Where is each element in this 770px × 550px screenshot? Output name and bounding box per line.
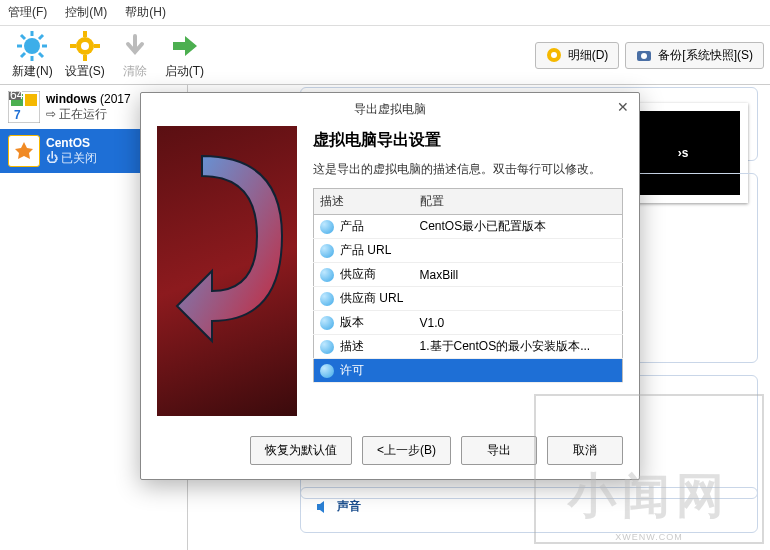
dialog-title: 导出虚拟电脑 bbox=[354, 102, 426, 116]
svg-rect-14 bbox=[94, 44, 100, 48]
table-row[interactable]: 产品CentOS最小已配置版本 bbox=[314, 215, 623, 239]
detail-label: 明细(D) bbox=[568, 47, 609, 64]
sound-label: 声音 bbox=[337, 498, 361, 515]
menu-manage[interactable]: 管理(F) bbox=[8, 4, 47, 21]
toolbar: 新建(N) 设置(S) 清除 启动(T) 明细(D) 备份[系统快照](S) bbox=[0, 26, 770, 85]
row-val: MaxBill bbox=[414, 263, 623, 287]
play-arrow-icon bbox=[168, 30, 200, 62]
svg-point-16 bbox=[551, 52, 557, 58]
start-label: 启动(T) bbox=[165, 63, 204, 80]
detail-button[interactable]: 明细(D) bbox=[535, 42, 620, 69]
cancel-button[interactable]: 取消 bbox=[547, 436, 623, 465]
power-icon: ⏻ bbox=[46, 151, 58, 165]
reset-button[interactable]: 恢复为默认值 bbox=[250, 436, 352, 465]
running-icon: ⇨ bbox=[46, 107, 56, 121]
table-row[interactable]: 许可 bbox=[314, 359, 623, 383]
table-row[interactable]: 供应商 URL bbox=[314, 287, 623, 311]
gear-icon bbox=[69, 30, 101, 62]
row-key: 描述 bbox=[314, 335, 414, 359]
settings-label: 设置(S) bbox=[65, 63, 105, 80]
row-key: 许可 bbox=[314, 359, 414, 383]
svg-text:7: 7 bbox=[14, 108, 21, 122]
svg-point-0 bbox=[24, 38, 40, 54]
export-button[interactable]: 导出 bbox=[461, 436, 537, 465]
row-val bbox=[414, 239, 623, 263]
new-button[interactable]: 新建(N) bbox=[6, 28, 59, 82]
row-key: 供应商 bbox=[314, 263, 414, 287]
row-val: CentOS最小已配置版本 bbox=[414, 215, 623, 239]
thumb-text: ›s bbox=[678, 146, 689, 160]
close-icon[interactable]: ✕ bbox=[617, 99, 629, 115]
vm-name: CentOS bbox=[46, 136, 97, 150]
vm-date: (2017 bbox=[100, 92, 131, 106]
clear-label: 清除 bbox=[123, 63, 147, 80]
backup-label: 备份[系统快照](S) bbox=[658, 47, 753, 64]
table-row[interactable]: 描述1.基于CentOS的最小安装版本... bbox=[314, 335, 623, 359]
camera-icon bbox=[636, 48, 652, 62]
row-val: 1.基于CentOS的最小安装版本... bbox=[414, 335, 623, 359]
svg-line-6 bbox=[39, 53, 43, 57]
export-dialog: 导出虚拟电脑 ✕ 虚拟电脑导出设置 这是导出的虚拟电脑的描述信息。双击每行可以修… bbox=[140, 92, 640, 480]
svg-rect-11 bbox=[83, 31, 87, 37]
prev-button[interactable]: <上一步(B) bbox=[362, 436, 451, 465]
down-arrow-icon bbox=[119, 30, 151, 62]
svg-text:64: 64 bbox=[10, 91, 24, 102]
windows-icon: 764 bbox=[8, 91, 40, 123]
col-config: 配置 bbox=[414, 189, 623, 215]
settings-button[interactable]: 设置(S) bbox=[59, 28, 111, 82]
row-key: 产品 URL bbox=[314, 239, 414, 263]
sun-icon bbox=[16, 30, 48, 62]
menu-help[interactable]: 帮助(H) bbox=[125, 4, 166, 21]
table-row[interactable]: 供应商MaxBill bbox=[314, 263, 623, 287]
menubar: 管理(F) 控制(M) 帮助(H) bbox=[0, 0, 770, 26]
row-key: 产品 bbox=[314, 215, 414, 239]
row-val bbox=[414, 359, 623, 383]
svg-rect-21 bbox=[25, 94, 37, 106]
vm-status: 已关闭 bbox=[61, 151, 97, 165]
dialog-heading: 虚拟电脑导出设置 bbox=[313, 130, 623, 151]
vm-status: 正在运行 bbox=[59, 107, 107, 121]
dialog-title-bar: 导出虚拟电脑 ✕ bbox=[141, 93, 639, 126]
vm-name: windows bbox=[46, 92, 97, 106]
svg-line-7 bbox=[39, 35, 43, 39]
svg-rect-13 bbox=[70, 44, 76, 48]
dialog-desc: 这是导出的虚拟电脑的描述信息。双击每行可以修改。 bbox=[313, 161, 623, 178]
svg-line-8 bbox=[21, 53, 25, 57]
svg-line-5 bbox=[21, 35, 25, 39]
row-key: 版本 bbox=[314, 311, 414, 335]
start-button[interactable]: 启动(T) bbox=[159, 28, 210, 82]
clear-button: 清除 bbox=[111, 28, 159, 82]
svg-point-10 bbox=[81, 42, 89, 50]
menu-control[interactable]: 控制(M) bbox=[65, 4, 107, 21]
col-desc: 描述 bbox=[314, 189, 414, 215]
new-label: 新建(N) bbox=[12, 63, 53, 80]
svg-point-18 bbox=[641, 53, 647, 59]
panel-sound: 声音 bbox=[300, 487, 758, 533]
row-val: V1.0 bbox=[414, 311, 623, 335]
sound-icon bbox=[315, 500, 331, 514]
table-row[interactable]: 版本V1.0 bbox=[314, 311, 623, 335]
row-key: 供应商 URL bbox=[314, 287, 414, 311]
centos-icon bbox=[8, 135, 40, 167]
dialog-image bbox=[157, 126, 297, 416]
detail-icon bbox=[546, 47, 562, 63]
row-val bbox=[414, 287, 623, 311]
table-row[interactable]: 产品 URL bbox=[314, 239, 623, 263]
backup-button[interactable]: 备份[系统快照](S) bbox=[625, 42, 764, 69]
svg-rect-12 bbox=[83, 55, 87, 61]
config-table[interactable]: 描述 配置 产品CentOS最小已配置版本产品 URL供应商MaxBill供应商… bbox=[313, 188, 623, 383]
